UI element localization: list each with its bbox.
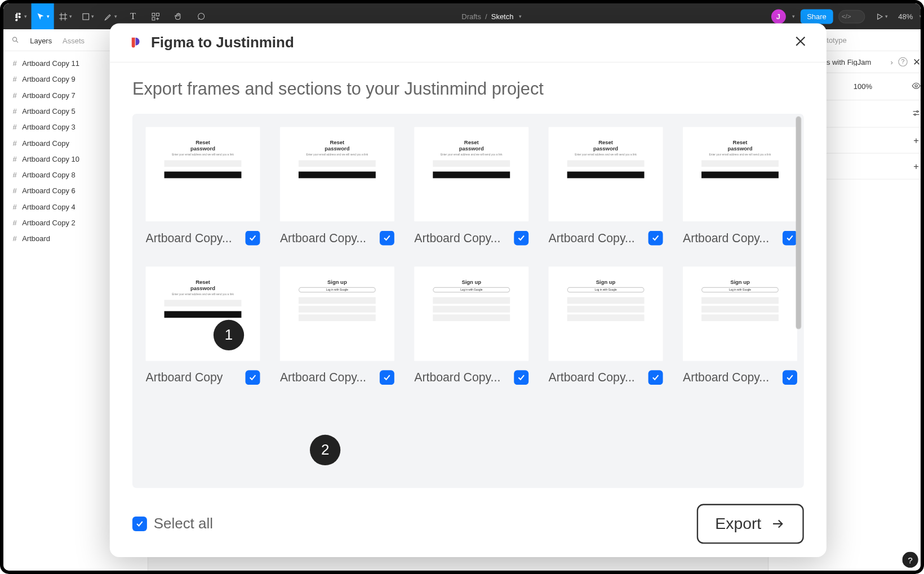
modal-header: Figma to Justinmind [110, 23, 827, 63]
frame-card[interactable]: ResetpasswordEnter your email address an… [549, 127, 663, 245]
help-fab[interactable]: ? [902, 551, 918, 567]
frame-label: Artboard Copy... [414, 231, 510, 245]
file-name: Sketch [491, 12, 514, 20]
frame-thumbnail: ResetpasswordEnter your email address an… [146, 266, 260, 361]
frame-card[interactable]: Sign upLog in with GoogleArtboard Copy..… [414, 266, 528, 385]
svg-point-4 [13, 37, 17, 41]
help-icon[interactable]: ? [898, 57, 908, 67]
frame-label: Artboard Copy... [683, 231, 779, 245]
frame-checkbox[interactable] [648, 231, 663, 246]
frame-thumbnail: Sign upLog in with Google [414, 266, 528, 361]
select-all-checkbox[interactable]: Select all [132, 515, 213, 533]
export-modal: Figma to Justinmind Export frames and se… [110, 23, 827, 557]
frame-checkbox[interactable] [380, 231, 394, 246]
frame-card[interactable]: ResetpasswordEnter your email address an… [146, 266, 260, 385]
select-all-label: Select all [154, 515, 213, 533]
layer-label: Artboard Copy 11 [22, 59, 79, 67]
frame-checkbox[interactable] [380, 370, 394, 385]
frame-checkbox[interactable] [783, 370, 797, 385]
frame-icon: # [13, 171, 17, 179]
frame-checkbox[interactable] [514, 231, 528, 246]
frame-thumbnail: Sign upLog in with Google [549, 266, 663, 361]
svg-rect-1 [152, 13, 155, 16]
search-icon[interactable] [11, 36, 19, 46]
frame-thumbnail: ResetpasswordEnter your email address an… [146, 127, 260, 221]
frame-icon: # [13, 187, 17, 195]
layer-label: Artboard Copy 9 [22, 75, 75, 83]
dev-mode-toggle[interactable]: </> [838, 10, 865, 23]
frame-icon: # [13, 59, 17, 67]
frame-thumbnail: ResetpasswordEnter your email address an… [414, 127, 528, 221]
zoom-level[interactable]: 48% [898, 12, 913, 20]
layer-label: Artboard Copy 3 [22, 123, 75, 131]
scrollbar-thumb[interactable] [796, 117, 801, 330]
main-menu[interactable]: ▾ [8, 3, 31, 29]
frame-icon: # [13, 235, 17, 243]
visibility-icon[interactable] [912, 81, 921, 92]
frame-icon: # [13, 203, 17, 211]
layer-label: Artboard Copy 7 [22, 91, 75, 99]
modal-subtitle: Export frames and sections to your Justi… [132, 78, 804, 99]
frame-icon: # [13, 155, 17, 163]
frame-thumbnail: Sign upLog in with Google [280, 266, 394, 361]
frame-card[interactable]: Sign upLog in with GoogleArtboard Copy..… [549, 266, 663, 385]
shape-tool[interactable]: ▾ [77, 3, 99, 29]
frame-label: Artboard Copy... [683, 371, 779, 385]
share-button[interactable]: Share [800, 9, 833, 24]
svg-point-5 [915, 84, 917, 87]
annotation-2: 2 [310, 435, 340, 465]
frame-card[interactable]: Sign upLog in with GoogleArtboard Copy..… [280, 266, 394, 385]
frame-card[interactable]: Sign upLog in with GoogleArtboard Copy..… [683, 266, 797, 385]
annotation-1: 1 [214, 320, 244, 350]
export-button[interactable]: Export [696, 504, 803, 544]
layer-label: Artboard Copy 8 [22, 171, 75, 179]
frames-scroll-area[interactable]: ResetpasswordEnter your email address an… [132, 114, 804, 488]
modal-footer: Select all 2 Export [110, 495, 827, 557]
frame-checkbox[interactable] [514, 370, 528, 385]
present-button[interactable]: ▾ [870, 3, 893, 29]
arrow-right-icon [771, 517, 785, 531]
tab-assets[interactable]: Assets [63, 37, 85, 45]
frame-checkbox[interactable] [648, 370, 663, 385]
svg-rect-0 [83, 14, 89, 20]
frame-tool[interactable]: ▾ [54, 3, 77, 29]
frame-icon: # [13, 123, 17, 131]
frame-card[interactable]: ResetpasswordEnter your email address an… [280, 127, 394, 245]
close-button[interactable] [793, 34, 808, 51]
frame-card[interactable]: ResetpasswordEnter your email address an… [683, 127, 797, 245]
justinmind-logo-icon [128, 36, 142, 50]
frame-thumbnail: ResetpasswordEnter your email address an… [549, 127, 663, 221]
frame-icon: # [13, 91, 17, 99]
frame-card[interactable]: ResetpasswordEnter your email address an… [146, 127, 260, 245]
layer-label: Artboard [22, 235, 50, 243]
frame-checkbox[interactable] [246, 231, 260, 246]
frame-icon: # [13, 75, 17, 83]
plus-icon[interactable]: + [912, 162, 921, 171]
chevron-right-icon: › [891, 58, 893, 66]
plus-icon[interactable]: + [912, 136, 921, 145]
frame-icon: # [13, 219, 17, 226]
frame-thumbnail: ResetpasswordEnter your email address an… [280, 127, 394, 221]
svg-point-6 [917, 111, 918, 113]
frame-label: Artboard Copy... [146, 231, 242, 245]
frame-label: Artboard Copy... [414, 371, 510, 385]
frame-checkbox[interactable] [783, 231, 797, 246]
avatar[interactable]: J [771, 9, 785, 24]
breadcrumb-parent: Drafts [461, 12, 481, 20]
close-icon[interactable]: ✕ [913, 56, 921, 67]
breadcrumb-sep: / [485, 12, 487, 20]
frame-card[interactable]: ResetpasswordEnter your email address an… [414, 127, 528, 245]
breadcrumb[interactable]: Drafts / Sketch ▾ [212, 12, 771, 20]
layer-label: Artboard Copy 6 [22, 187, 75, 195]
modal-title: Figma to Justinmind [151, 34, 294, 51]
frame-label: Artboard Copy... [280, 231, 376, 245]
layer-label: Artboard Copy 5 [22, 107, 75, 115]
svg-point-7 [914, 114, 916, 115]
frame-icon: # [13, 107, 17, 115]
layer-label: Artboard Copy [22, 139, 69, 147]
tab-layers[interactable]: Layers [30, 37, 52, 45]
frame-checkbox[interactable] [246, 370, 260, 385]
frame-label: Artboard Copy... [549, 371, 645, 385]
sliders-icon[interactable] [912, 108, 921, 119]
move-tool[interactable]: ▾ [32, 3, 54, 29]
